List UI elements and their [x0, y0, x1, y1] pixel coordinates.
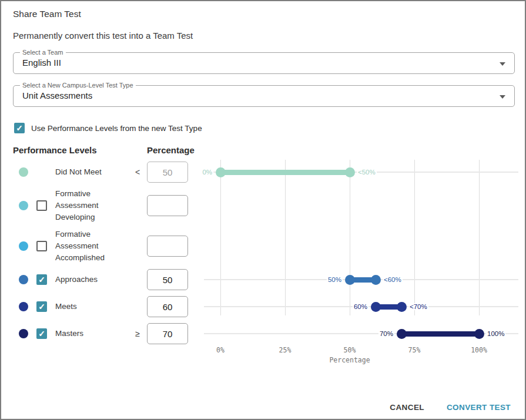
range-endpoint-dot	[474, 329, 484, 339]
level-color-dot	[19, 329, 28, 338]
use-performance-levels-row: ✓ Use Performance Levels from the new Te…	[14, 123, 202, 133]
percentage-input[interactable]	[147, 195, 188, 216]
team-select-value: English III	[22, 58, 61, 68]
comparator-symbol: <	[130, 167, 145, 177]
level-row: Formative Assessment Developing	[13, 186, 201, 226]
chart-gridline	[479, 160, 480, 315]
percentage-input[interactable]	[147, 236, 188, 257]
level-name: Formative Assessment Accomplished	[55, 229, 119, 264]
range-endpoint-dot	[216, 167, 226, 177]
checkmark-icon: ✓	[38, 275, 45, 284]
range-endpoint-dot	[345, 275, 355, 285]
chart-gridline	[350, 160, 350, 315]
range-to-label: <70%	[408, 303, 428, 310]
chart-gridline	[220, 160, 221, 315]
range-bar	[220, 170, 350, 175]
dropdown-arrow-icon	[500, 62, 505, 66]
levels-chart: 0%25%50%75%100%Percentage0%<50%50%<60%60…	[204, 142, 518, 368]
range-endpoint-dot	[371, 275, 381, 285]
cancel-button[interactable]: CANCEL	[383, 398, 431, 416]
checkmark-icon: ✓	[38, 303, 45, 311]
level-checkbox[interactable]: ✓	[36, 301, 47, 312]
use-performance-levels-label: Use Performance Levels from the new Test…	[31, 124, 202, 133]
test-type-select[interactable]: Select a New Campus-Level Test Type Unit…	[13, 85, 515, 107]
test-type-select-value: Unit Assessments	[22, 90, 92, 100]
range-from-label: 60%	[353, 303, 368, 310]
range-to-label: <60%	[383, 276, 403, 283]
level-checkbox[interactable]	[36, 200, 47, 211]
range-endpoint-dot	[397, 302, 407, 312]
range-from-label: 0%	[201, 169, 213, 176]
dialog-title: Share Team Test	[13, 9, 81, 19]
checkmark-icon: ✓	[38, 330, 45, 338]
range-to-label: 100%	[486, 330, 505, 337]
level-name: Masters	[55, 328, 119, 340]
team-select[interactable]: Select a Team English III	[13, 52, 515, 74]
range-from-label: 50%	[327, 276, 343, 283]
range-endpoint-dot	[345, 167, 355, 177]
level-color-dot	[19, 201, 28, 210]
range-bar	[401, 331, 479, 337]
level-checkbox[interactable]: ✓	[36, 328, 47, 339]
performance-levels-section: Performance Levels Percentage Did Not Me…	[13, 142, 518, 377]
level-name: Meets	[55, 301, 119, 313]
convert-test-button[interactable]: CONVERT TEST	[440, 398, 518, 416]
level-name: Approaches	[55, 274, 119, 285]
checkmark-icon: ✓	[16, 124, 23, 132]
dropdown-arrow-icon	[500, 95, 505, 99]
dialog-actions: CANCEL CONVERT TEST	[383, 398, 518, 416]
level-color-dot	[19, 275, 28, 284]
level-name: Did Not Meet	[55, 166, 119, 178]
x-axis-title: Percentage	[314, 356, 385, 364]
x-tick-label: 75%	[400, 346, 428, 354]
team-select-label: Select a Team	[20, 49, 66, 56]
level-checkbox[interactable]: ✓	[36, 274, 47, 285]
chart-gridline	[414, 160, 415, 315]
x-tick-label: 25%	[271, 346, 299, 354]
range-from-label: 70%	[378, 330, 394, 337]
level-color-dot	[19, 241, 28, 251]
level-row: ✓Masters≥	[13, 314, 201, 354]
range-to-label: <50%	[357, 169, 377, 176]
comparator-symbol: ≥	[130, 329, 145, 338]
dialog-subtitle: Permanently convert this test into a Tea…	[13, 31, 193, 41]
level-checkbox[interactable]	[36, 241, 47, 251]
level-name: Formative Assessment Developing	[55, 188, 119, 223]
percentage-input[interactable]	[147, 323, 188, 344]
percentage-input[interactable]	[147, 162, 188, 183]
x-tick-label: 0%	[206, 346, 234, 354]
range-endpoint-dot	[397, 329, 407, 339]
test-type-select-label: Select a New Campus-Level Test Type	[20, 82, 136, 89]
level-color-dot	[19, 167, 28, 177]
x-tick-label: 100%	[465, 346, 493, 354]
share-team-test-dialog: Share Team Test Permanently convert this…	[0, 0, 526, 420]
range-endpoint-dot	[371, 302, 381, 312]
level-color-dot	[19, 302, 28, 311]
x-tick-label: 50%	[336, 346, 364, 354]
use-performance-levels-checkbox[interactable]: ✓	[14, 123, 25, 133]
chart-gridline	[285, 160, 286, 315]
